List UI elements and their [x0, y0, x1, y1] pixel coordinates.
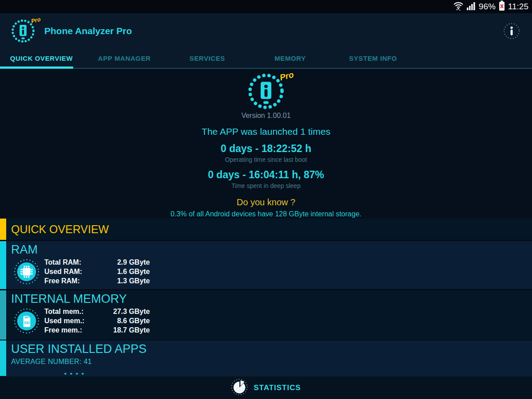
mem-total-value: 27.3 GByte: [110, 307, 150, 316]
pro-badge: Pro: [279, 70, 295, 82]
mem-used-label: Used mem.:: [44, 316, 110, 325]
tab-memory[interactable]: MEMORY: [249, 49, 332, 68]
app-logo-icon: Pro: [11, 19, 35, 43]
ram-chip-icon: [14, 259, 39, 285]
mem-free-value: 18.7 GByte: [110, 325, 150, 335]
app-title: Phone Analyzer Pro: [44, 26, 132, 36]
version-label: Version 1.00.01: [241, 112, 290, 120]
ram-free-row: Free RAM: 1.3 GByte: [44, 276, 150, 286]
clipped-icon-dots: [64, 373, 84, 375]
uptime-label: Operating time since last boot: [225, 156, 307, 163]
app-header: Pro Phone Analyzer Pro: [0, 13, 532, 49]
status-clock: 11:25: [508, 2, 528, 12]
sd-card-icon: SD: [14, 308, 39, 334]
deep-sleep-value: 0 days - 16:04:11 h, 87%: [208, 169, 324, 181]
tab-services[interactable]: SERVICES: [166, 49, 249, 68]
statistics-pie-icon: [231, 379, 248, 397]
user-apps-title: USER INSTALLED APPS: [11, 340, 532, 356]
internal-memory-title: INTERNAL MEMORY: [11, 290, 532, 306]
mem-used-value: 8.6 GByte: [110, 316, 150, 325]
mem-total-row: Total mem.: 27.3 GByte: [44, 307, 150, 316]
section-accent-bar: [0, 290, 6, 340]
mem-free-row: Free mem.: 18.7 GByte: [44, 325, 150, 335]
section-ram: RAM Total RAM: 2.9 G: [0, 241, 532, 289]
uptime-value: 0 days - 18:22:52 h: [221, 143, 312, 155]
deep-sleep-label: Time spent in deep sleep: [231, 182, 301, 189]
battery-percent: 96%: [479, 2, 496, 12]
status-bar: 96% 11:25: [0, 0, 532, 13]
tab-bar: QUICK OVERVIEW APP MANAGER SERVICES MEMO…: [0, 49, 532, 69]
ram-used-value: 1.6 GByte: [110, 267, 150, 276]
active-tab-underline: [0, 66, 73, 69]
statistics-label: STATISTICS: [254, 383, 301, 392]
ram-used-row: Used RAM: 1.6 GByte: [44, 267, 150, 276]
ram-free-value: 1.3 GByte: [110, 276, 150, 286]
signal-icon: [467, 1, 476, 12]
ram-title: RAM: [11, 241, 532, 257]
statistics-button[interactable]: STATISTICS: [0, 376, 532, 399]
section-accent-bar: [0, 340, 6, 376]
battery-icon: [499, 0, 505, 13]
tab-quick-overview[interactable]: QUICK OVERVIEW: [0, 49, 83, 68]
svg-text:SD: SD: [24, 321, 30, 325]
section-accent-bar: [0, 241, 6, 289]
ram-used-label: Used RAM:: [44, 267, 110, 276]
wifi-icon: [453, 0, 464, 13]
tab-system-info[interactable]: SYSTEM INFO: [332, 49, 415, 68]
ram-total-value: 2.9 GByte: [110, 258, 150, 267]
app-logo-large: Pro: [247, 72, 285, 110]
tab-app-manager[interactable]: APP MANAGER: [83, 49, 166, 68]
launch-count-text: The APP was launched 1 times: [202, 126, 330, 137]
mem-total-label: Total mem.:: [44, 307, 110, 316]
mem-used-row: Used mem.: 8.6 GByte: [44, 316, 150, 325]
ram-total-row: Total RAM: 2.9 GByte: [44, 258, 150, 267]
section-accent-bar: [0, 219, 6, 240]
did-you-know-title: Do you know ?: [237, 197, 295, 207]
overview-panel: Pro Version 1.00.01 The APP was launched…: [0, 69, 532, 219]
did-you-know-fact: 0.3% of all Android devices have 128 GBy…: [171, 210, 361, 218]
section-quick-overview-header: QUICK OVERVIEW: [0, 219, 532, 240]
mem-free-label: Free mem.:: [44, 325, 110, 335]
ram-free-label: Free RAM:: [44, 276, 110, 286]
ram-total-label: Total RAM:: [44, 258, 110, 267]
user-apps-average: AVERAGE NUMBER: 41: [11, 358, 532, 366]
section-user-installed-apps: USER INSTALLED APPS AVERAGE NUMBER: 41: [0, 340, 532, 376]
info-icon[interactable]: [503, 22, 520, 40]
section-internal-memory: INTERNAL MEMORY SD Total mem.: 27.3 GByt…: [0, 290, 532, 340]
pro-badge: Pro: [31, 16, 42, 25]
section-title: QUICK OVERVIEW: [6, 223, 532, 236]
